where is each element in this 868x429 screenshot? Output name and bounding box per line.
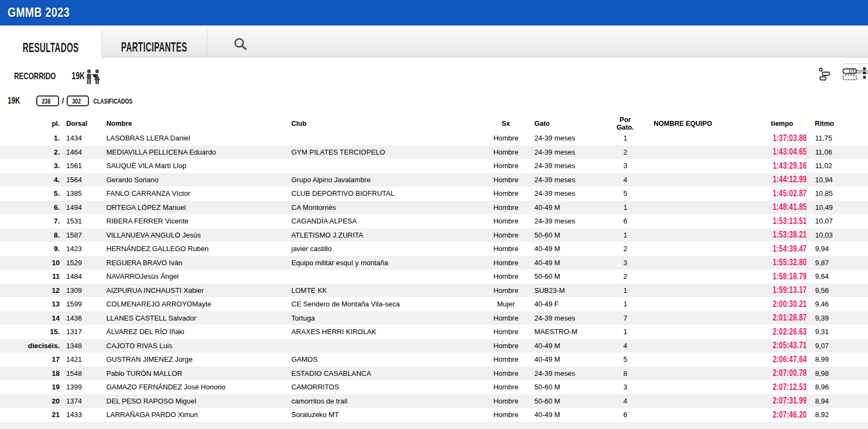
cell-ritmo: 8,98 <box>806 367 868 381</box>
column-header-sx[interactable]: Sx <box>488 116 524 131</box>
column-header-por_gato[interactable]: Por Gato. <box>610 116 640 131</box>
male-female-icon[interactable] <box>84 69 104 86</box>
column-header-dorsal[interactable]: Dorsal <box>61 116 100 131</box>
cell-pl: 20 <box>0 394 61 408</box>
cell-por_gato: 1 <box>610 201 640 215</box>
cell-ritmo: 8,99 <box>806 353 868 367</box>
cell-sx: Hombre <box>488 380 524 394</box>
cell-dorsal: 1464 <box>61 145 100 159</box>
table-row[interactable]: 2.1464MEDIAVILLA PELLICENA EduardoGYM PI… <box>0 145 868 159</box>
column-header-gato[interactable]: Gato <box>524 116 610 131</box>
finish-time: 2:07:46.20 <box>773 409 806 420</box>
column-header-ritmo[interactable]: Ritmo <box>806 116 868 131</box>
column-header-club[interactable]: Club <box>288 116 488 131</box>
cell-dorsal: 1385 <box>61 187 100 201</box>
cell-tiempo: 1:45:02.87 <box>760 187 806 201</box>
table-row[interactable]: 131599COLMENAREJO ARROYOMayteCE Sendero … <box>0 297 868 311</box>
finish-time: 1:55:32.80 <box>773 257 806 268</box>
cell-equipo <box>640 270 760 284</box>
table-row[interactable]: 3.1561SAUQUÉ VILA Martí LlopHombre24-39 … <box>0 159 868 173</box>
cell-por_gato: 3 <box>610 380 640 394</box>
table-row[interactable]: 7.1531RIBERA FERRER VicenteCAGANDÍA ALPE… <box>0 214 868 228</box>
finish-time: 2:02:26.63 <box>773 326 806 337</box>
tab-resultados[interactable]: RESULTADOS <box>0 30 102 59</box>
cell-equipo <box>640 201 760 215</box>
cell-dorsal: 1529 <box>61 256 100 270</box>
table-row[interactable]: 201374DEL PESO RAPOSO Miguelcamorritos d… <box>0 394 868 408</box>
cell-pl: 5. <box>0 187 61 201</box>
cell-gato: 40-49 F <box>524 297 610 311</box>
cell-tiempo: 2:02:26.63 <box>760 325 806 339</box>
table-row[interactable]: 1.1434LASOBRAS LLERA DanielHombre24-39 m… <box>0 131 868 145</box>
cell-gato: 24-39 meses <box>524 187 610 201</box>
cell-sx: Hombre <box>488 214 524 228</box>
cell-club: ESTADIO CASABLANCA <box>288 367 488 381</box>
cell-por_gato: 1 <box>610 325 640 339</box>
table-row[interactable]: 6.1494ORTEGA LÓPEZ ManuelCA MontornèsHom… <box>0 201 868 215</box>
tab-participantes[interactable]: PARTICIPANTES <box>102 30 207 58</box>
cell-gato: 50-60 M <box>524 270 610 284</box>
cell-equipo <box>640 187 760 201</box>
table-row[interactable]: 211433LARRAÑAGA PARDO XimunSoraluzeko MT… <box>0 408 868 422</box>
cell-equipo <box>640 297 760 311</box>
table-row[interactable]: 5.1385FANLO CARRANZA VíctorCLUB DEPORTIV… <box>0 187 868 201</box>
table-row[interactable]: 15.1317ÁLVAREZ DEL RÍO IñakiARAXES HERRI… <box>0 325 868 339</box>
header-row: pl.DorsalNombreClubSxGatoPor Gato.NOMBRE… <box>0 116 868 131</box>
cell-ritmo: 11,06 <box>806 145 868 159</box>
cell-por_gato: 2 <box>610 145 640 159</box>
search-icon <box>233 37 247 51</box>
finish-time: 1:43:04.65 <box>773 146 806 157</box>
cell-tiempo: 1:43:04.65 <box>760 145 806 159</box>
table-row[interactable]: 101529REGUERA BRAVO IvánEquipo militar e… <box>0 256 868 270</box>
cell-equipo <box>640 145 760 159</box>
cell-ritmo: 9,64 <box>806 270 868 284</box>
table-row[interactable]: 111484NAVARROJesús ÁngelHombre50-60 M21:… <box>0 270 868 284</box>
recorrido-value: 19K <box>72 71 85 82</box>
cell-club: CAMORRITOS <box>288 380 488 394</box>
cell-dorsal: 1436 <box>61 311 100 325</box>
cell-por_gato: 5 <box>610 187 640 201</box>
table-row[interactable]: dieciséis.1348CAJOTO RIVAS LuisHombre40-… <box>0 339 868 353</box>
cell-tiempo: 1:44:12.99 <box>760 173 806 187</box>
table-row[interactable]: 8.1587VILLANUEVA ANGULO JesúsATLETISMO J… <box>0 228 868 242</box>
more-menu-icon[interactable] <box>863 67 866 79</box>
table-row[interactable]: 191399GAMAZO FERNÁNDEZ José HonorioCAMOR… <box>0 380 868 394</box>
table-row[interactable]: 141436LLANES CASTELL SalvadorTortugaHomb… <box>0 311 868 325</box>
stacked-rows-icon[interactable] <box>842 67 858 81</box>
hierarchy-icon[interactable] <box>818 67 831 81</box>
cell-club <box>288 159 488 173</box>
table-row[interactable]: 171421GUSTRAN JIMENEZ JorgeGAMOSHombre40… <box>0 353 868 367</box>
column-header-pl[interactable]: pl. <box>0 116 61 131</box>
search-button[interactable] <box>207 30 272 57</box>
cell-por_gato: 6 <box>610 214 640 228</box>
cell-ritmo: 9,39 <box>806 311 868 325</box>
finish-time: 2:07:00.78 <box>773 368 806 379</box>
cell-gato: 40-49 M <box>524 353 610 367</box>
cell-sx: Hombre <box>488 325 524 339</box>
finish-time: 1:44:12.99 <box>773 174 806 185</box>
cell-nombre: ÁLVAREZ DEL RÍO Iñaki <box>100 325 288 339</box>
cell-sx: Hombre <box>488 367 524 381</box>
cell-dorsal: 1423 <box>61 242 100 256</box>
cell-sx: Hombre <box>488 256 524 270</box>
cell-gato: 24-39 meses <box>524 145 610 159</box>
column-header-equipo[interactable]: NOMBRE EQUIPO <box>640 116 760 131</box>
cell-equipo <box>640 380 760 394</box>
table-row[interactable]: 181548Pablo TURÓN MALLORESTADIO CASABLAN… <box>0 367 868 381</box>
column-header-nombre[interactable]: Nombre <box>100 116 288 131</box>
table-row[interactable]: 121309AIZPURUA INCHAUSTI XabierLOMTE KKH… <box>0 284 868 298</box>
cell-dorsal: 1561 <box>61 159 100 173</box>
column-header-tiempo[interactable]: tiempo <box>760 116 806 131</box>
cell-equipo <box>640 325 760 339</box>
cell-dorsal: 1587 <box>61 228 100 242</box>
results-tbody: 1.1434LASOBRAS LLERA DanielHombre24-39 m… <box>0 131 868 429</box>
recorrido-label: RECORRIDO <box>14 71 56 82</box>
cell-sx: Hombre <box>488 131 524 145</box>
table-row[interactable]: 4.1564Gerardo SorianoGrupo Alpino Javala… <box>0 173 868 187</box>
cell-pl: 17 <box>0 353 61 367</box>
table-row[interactable]: 9.1423HERNÁNDEZ GALLEGO Rubénjavier cast… <box>0 242 868 256</box>
finish-time: 1:43:29.16 <box>773 161 806 171</box>
cell-gato: 24-39 meses <box>524 367 610 381</box>
summary-slash: / <box>62 97 64 105</box>
cell-equipo <box>640 339 760 353</box>
